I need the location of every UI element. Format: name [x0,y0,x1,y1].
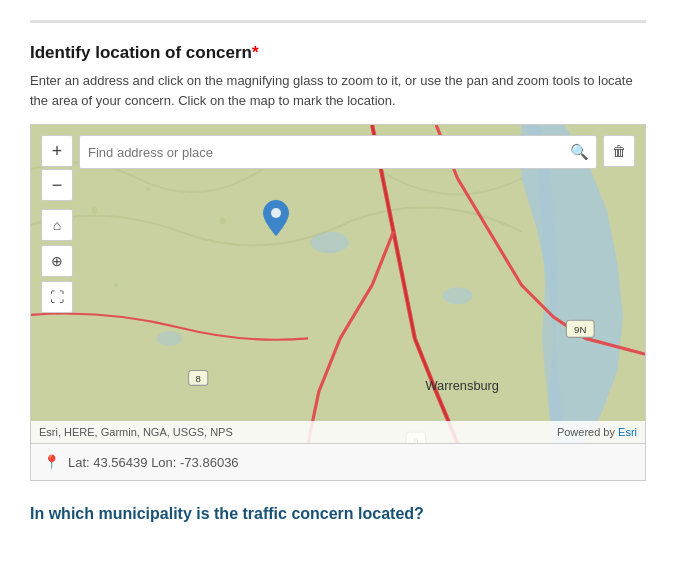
map-background: 9N 9 30 8 Warrensburg [31,125,645,443]
coords-pin-icon: 📍 [43,454,60,470]
svg-text:9N: 9N [574,324,586,335]
map-container[interactable]: 9N 9 30 8 Warrensburg 🔍 + − ⌂ [30,124,646,444]
map-attribution: Esri, HERE, Garmin, NGA, USGS, NPS Power… [31,421,645,443]
search-bar[interactable]: 🔍 [79,135,597,169]
svg-point-14 [91,207,97,213]
svg-point-3 [443,287,473,304]
svg-point-17 [114,283,118,287]
home-icon: ⌂ [53,217,61,233]
search-icon: 🔍 [570,143,589,161]
map-pin [263,200,289,240]
locate-button[interactable]: ⊕ [41,245,73,277]
svg-point-19 [271,208,281,218]
top-divider [30,20,646,23]
attribution-text: Esri, HERE, Garmin, NGA, USGS, NPS [39,426,233,438]
powered-by: Powered by Esri [557,426,637,438]
section-description: Enter an address and click on the magnif… [30,71,646,110]
fullscreen-icon: ⛶ [50,289,64,305]
coordinates-text: Lat: 43.56439 Lon: -73.86036 [68,455,239,470]
map-controls: + − ⌂ ⊕ ⛶ [41,135,73,315]
trash-icon: 🗑 [612,143,626,159]
delete-location-button[interactable]: 🗑 [603,135,635,167]
zoom-group: + − [41,135,73,203]
svg-text:Warrensburg: Warrensburg [426,378,500,393]
coordinates-bar: 📍 Lat: 43.56439 Lon: -73.86036 [30,444,646,481]
search-button[interactable]: 🔍 [562,135,596,169]
zoom-out-button[interactable]: − [41,169,73,201]
locate-icon: ⊕ [51,253,63,269]
zoom-in-button[interactable]: + [41,135,73,167]
esri-link[interactable]: Esri [618,426,637,438]
svg-point-2 [157,331,183,346]
svg-point-16 [220,218,226,224]
fullscreen-button[interactable]: ⛶ [41,281,73,313]
svg-text:8: 8 [196,373,201,384]
section-title: Identify location of concern* [30,43,646,63]
bottom-question: In which municipality is the traffic con… [30,505,646,523]
search-input[interactable] [80,145,562,160]
svg-point-15 [146,187,150,191]
home-button[interactable]: ⌂ [41,209,73,241]
